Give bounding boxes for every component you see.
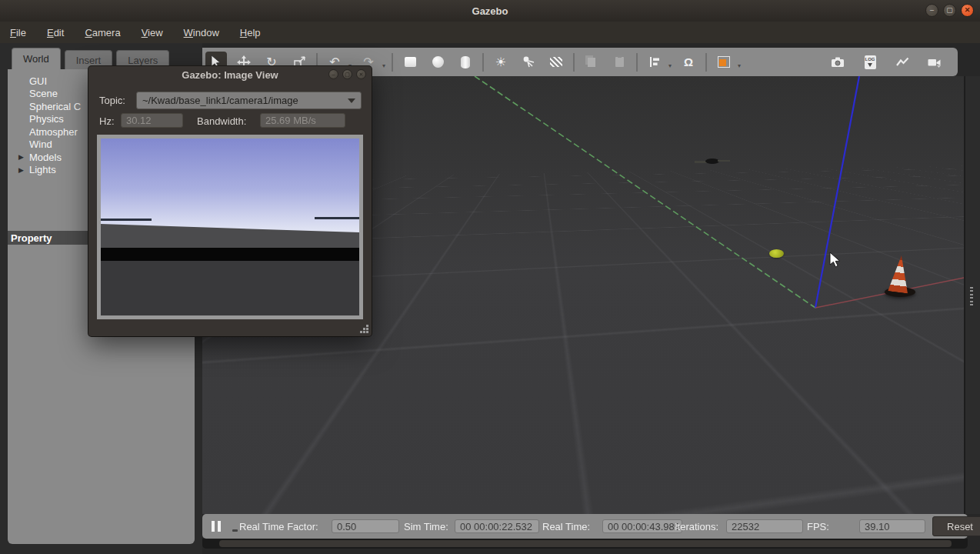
topic-dropdown[interactable]: ~/Kwad/base_link1/camera1/image (136, 92, 362, 109)
camera-image-frame (97, 135, 363, 319)
menu-view[interactable]: View (142, 27, 163, 38)
close-button[interactable]: ✕ (961, 4, 974, 17)
insert-sphere-button[interactable] (427, 52, 448, 73)
insert-cylinder-button[interactable] (455, 52, 476, 73)
image-view-minimize-button[interactable]: – (328, 69, 338, 79)
expand-arrow-icon[interactable]: ▶ (18, 153, 29, 161)
toolbar-separator (636, 53, 638, 72)
image-view-window-controls: – ▢ ✕ (328, 69, 366, 79)
copy-button[interactable] (581, 52, 602, 73)
log-recording-button[interactable]: LOG (859, 52, 881, 73)
menubar: File Edit Camera View Window Help (0, 22, 980, 43)
bandwidth-label: Bandwidth: (197, 115, 246, 127)
toolbar-separator (482, 53, 484, 72)
toolbar-separator (573, 53, 575, 72)
minimize-button[interactable]: – (925, 4, 938, 17)
directional-light-button[interactable] (545, 52, 567, 73)
directional-light-icon (550, 57, 562, 67)
toolbar-separator (705, 53, 707, 72)
real-time-label: Real Time: (542, 521, 590, 532)
cube-icon (405, 57, 416, 67)
snap-tool-button[interactable]: Ω (678, 52, 699, 73)
view-angle-button[interactable] (713, 52, 735, 73)
sim-time-value: 00 00:00:22.532 (455, 519, 539, 533)
camera-propeller-left (101, 219, 152, 221)
horizontal-scrollbar-handle[interactable] (219, 540, 952, 547)
image-view-maximize-button[interactable]: ▢ (342, 69, 352, 79)
align-tool-button[interactable] (644, 52, 665, 73)
hz-label: Hz: (99, 115, 115, 127)
plot-line-icon (896, 57, 909, 67)
hz-value-field: 30.12 (121, 113, 183, 128)
tree-item-label: Lights (29, 164, 56, 175)
video-record-button[interactable] (924, 52, 945, 73)
log-download-arrow-icon (868, 63, 872, 69)
image-view-close-button[interactable]: ✕ (356, 69, 366, 79)
window-resize-grip[interactable] (366, 331, 368, 333)
camera-ground (101, 261, 359, 315)
window-title: Gazebo (472, 5, 508, 17)
splitter-grip-icon[interactable] (970, 287, 973, 307)
maximize-button[interactable]: ▢ (943, 4, 956, 17)
tree-item-label: Wind (29, 138, 52, 150)
step-button[interactable] (232, 529, 238, 532)
toolbar-separator (392, 53, 393, 72)
screenshot-button[interactable] (827, 52, 848, 73)
dropdown-caret-icon (348, 98, 355, 107)
tree-item-label: Atmospher (29, 126, 78, 138)
sim-time-label: Sim Time: (404, 521, 448, 532)
window-titlebar: Gazebo – ▢ ✕ (0, 0, 980, 22)
cylinder-icon (461, 56, 470, 68)
topic-dropdown-value: ~/Kwad/base_link1/camera1/image (142, 95, 298, 106)
log-icon: LOG (865, 55, 876, 69)
menu-file[interactable]: File (10, 27, 26, 38)
tree-item-label: Scene (29, 88, 58, 99)
topic-label: Topic: (99, 95, 125, 106)
copy-icon (588, 58, 595, 67)
yellow-disc-model[interactable] (769, 249, 784, 258)
snap-magnet-icon: Ω (684, 55, 693, 68)
align-caret-icon[interactable]: ▾ (668, 62, 672, 69)
point-light-icon: ☀ (495, 55, 506, 69)
paste-button[interactable] (608, 52, 630, 73)
drone-right-arm (718, 160, 730, 162)
menu-window[interactable]: Window (184, 27, 219, 38)
tab-world[interactable]: World (12, 48, 61, 69)
menu-camera[interactable]: Camera (85, 27, 120, 38)
spot-light-button[interactable] (518, 52, 539, 73)
z-axis-line-blue (815, 76, 859, 308)
tree-item-label: Physics (29, 113, 64, 125)
fps-value: 39.10 (859, 519, 925, 533)
reset-button[interactable]: Reset (932, 516, 980, 536)
expand-arrow-icon[interactable]: ▶ (18, 166, 29, 174)
rtf-label: Real Time Factor: (239, 521, 318, 532)
camera-icon (831, 56, 845, 68)
simulation-statusbar: Real Time Factor: 0.50 Sim Time: 00 00:0… (202, 514, 968, 539)
real-time-value: 00 00:00:43.989 (602, 519, 682, 533)
camera-propeller-right (315, 217, 359, 219)
camera-image (101, 138, 359, 315)
align-icon (648, 56, 661, 68)
tree-item-label: Models (29, 152, 62, 163)
insert-box-button[interactable] (399, 52, 421, 73)
point-light-button[interactable]: ☀ (490, 52, 512, 73)
sphere-icon (432, 56, 444, 68)
redo-history-caret-icon[interactable]: ▾ (382, 62, 385, 69)
window-controls: – ▢ ✕ (925, 4, 974, 17)
menu-help[interactable]: Help (240, 27, 261, 38)
plot-button[interactable] (892, 52, 913, 73)
image-view-window[interactable]: Gazebo: Image View – ▢ ✕ Topic: ~/Kwad/b… (88, 66, 372, 336)
view-angle-caret-icon[interactable]: ▾ (738, 62, 741, 69)
pause-button[interactable] (212, 521, 224, 532)
traffic-cone-model[interactable] (883, 254, 917, 299)
iterations-value: 22532 (726, 519, 803, 533)
rtf-value: 0.50 (332, 519, 399, 533)
menu-edit[interactable]: Edit (47, 27, 64, 38)
toolbar-right-group: LOG (827, 52, 952, 73)
quadcopter-drone-model[interactable] (695, 155, 730, 166)
camcorder-icon (928, 57, 942, 68)
log-icon-text: LOG (865, 57, 875, 62)
camera-body-band (101, 248, 359, 261)
tree-item-label: GUI (29, 75, 47, 87)
y-axis-line-green (475, 76, 815, 308)
